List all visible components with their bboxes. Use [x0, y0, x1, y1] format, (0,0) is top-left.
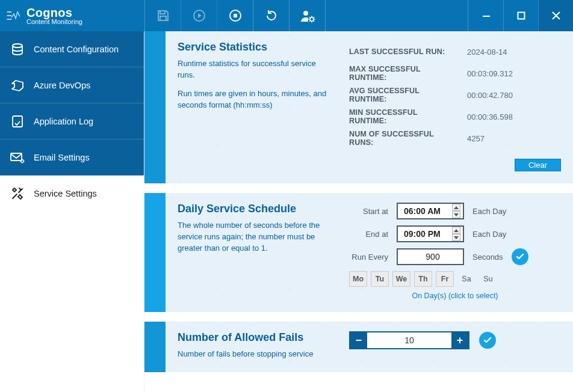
- brand-block: Cognos Content Monitoring: [0, 0, 144, 31]
- allowed-fails-value[interactable]: 10: [367, 332, 451, 348]
- spinner-down-icon[interactable]: [452, 234, 460, 241]
- main-area: Service Statistics Runtime statistics fo…: [144, 31, 573, 392]
- stat-value: 00:00:36.598: [465, 111, 515, 123]
- brand-icon: [6, 7, 22, 24]
- sidebar-item-content-configuration[interactable]: Content Configuration: [0, 31, 144, 67]
- start-time-input[interactable]: 06:00 AM: [397, 203, 464, 219]
- user-settings-button[interactable]: [290, 0, 326, 31]
- clear-button[interactable]: Clear: [515, 159, 561, 171]
- sidebar-item-application-log[interactable]: Application Log: [0, 103, 144, 139]
- sidebar-item-service-settings[interactable]: Service Settings: [0, 176, 144, 212]
- run-every-input[interactable]: 900: [397, 248, 464, 265]
- sidebar-item-label: Application Log: [34, 117, 93, 126]
- stat-label: MAX SUCCESSFUL RUNTIME:: [349, 65, 457, 82]
- maximize-button[interactable]: [503, 0, 538, 31]
- statistics-desc-1: Runtime statistics for successful servic…: [178, 58, 331, 81]
- stat-row: NUM OF SUCCESSFUL RUNS: 4257: [349, 127, 561, 149]
- svg-line-15: [313, 21, 314, 22]
- day-selector: Mo Tu We Th Fr Sa Su: [349, 271, 561, 287]
- stop-button[interactable]: [217, 0, 253, 31]
- decrement-button[interactable]: −: [350, 332, 367, 348]
- log-icon: [10, 114, 25, 129]
- svg-rect-24: [11, 153, 22, 161]
- svg-rect-7: [234, 14, 237, 17]
- panel-service-statistics: Service Statistics Runtime statistics fo…: [166, 31, 573, 183]
- end-time-value: 09:00 PM: [404, 229, 441, 239]
- day-toggle-sa[interactable]: Sa: [457, 271, 475, 287]
- end-at-label: End at: [349, 230, 388, 239]
- restart-button[interactable]: [253, 0, 290, 31]
- day-toggle-tu[interactable]: Tu: [371, 271, 389, 287]
- days-hint: On Day(s) (click to select): [349, 292, 561, 300]
- stat-row: AVG SUCCESSFUL RUNTIME: 00:00:42.780: [349, 84, 561, 106]
- toolbar: [144, 0, 326, 31]
- svg-line-17: [309, 21, 310, 22]
- minimize-button[interactable]: [468, 0, 503, 31]
- statistics-heading: Service Statistics: [178, 41, 331, 54]
- each-day-label: Each Day: [472, 230, 506, 239]
- svg-rect-4: [160, 16, 166, 20]
- run-every-value: 900: [426, 252, 439, 262]
- svg-point-22: [13, 44, 22, 47]
- start-button[interactable]: [181, 0, 217, 31]
- stat-value: 4257: [465, 133, 487, 144]
- svg-point-25: [21, 159, 24, 162]
- day-toggle-mo[interactable]: Mo: [349, 271, 367, 287]
- sidebar-item-label: Azure DevOps: [34, 81, 90, 90]
- fails-heading: Number of Allowed Fails: [178, 331, 331, 344]
- brand-subtitle: Content Monitoring: [26, 19, 82, 25]
- schedule-desc: The whole number of seconds before the s…: [178, 220, 331, 254]
- database-icon: [10, 42, 25, 57]
- sidebar-item-azure-devops[interactable]: Azure DevOps: [0, 67, 144, 103]
- stat-value: 2024-08-14: [465, 46, 510, 58]
- sidebar-item-label: Email Settings: [34, 153, 90, 162]
- svg-rect-3: [160, 11, 165, 14]
- spinner-down-icon[interactable]: [452, 211, 460, 218]
- stat-label: NUM OF SUCCESSFUL RUNS:: [349, 130, 457, 147]
- stat-value: 00:00:42.780: [465, 90, 515, 101]
- stat-label: AVG SUCCESSFUL RUNTIME:: [349, 87, 457, 103]
- brand-title: Cognos: [26, 7, 82, 19]
- stat-label: MIN SUCCESSFUL RUNTIME:: [349, 108, 457, 125]
- day-toggle-su[interactable]: Su: [479, 271, 497, 287]
- tools-icon: [10, 186, 25, 201]
- svg-line-16: [313, 17, 314, 18]
- close-button[interactable]: [538, 0, 573, 31]
- svg-rect-19: [518, 13, 524, 19]
- seconds-label: Seconds: [472, 253, 503, 262]
- panel-daily-schedule: Daily Service Schedule The whole number …: [166, 193, 573, 312]
- increment-button[interactable]: +: [451, 332, 468, 348]
- devops-icon: [10, 78, 25, 93]
- start-at-label: Start at: [349, 207, 388, 216]
- day-toggle-fr[interactable]: Fr: [436, 271, 454, 287]
- spinner-up-icon[interactable]: [452, 204, 460, 211]
- start-time-value: 06:00 AM: [404, 206, 441, 216]
- stat-label: LAST SUCCESSFUL RUN:: [349, 47, 457, 56]
- end-time-input[interactable]: 09:00 PM: [397, 225, 464, 242]
- sidebar-item-label: Content Configuration: [34, 44, 119, 54]
- confirm-button[interactable]: [512, 248, 528, 265]
- stat-row: MAX SUCCESSFUL RUNTIME: 00:03:09.312: [349, 63, 561, 84]
- email-icon: [10, 150, 25, 165]
- svg-line-14: [309, 17, 310, 18]
- each-day-label: Each Day: [472, 207, 506, 216]
- title-bar: Cognos Content Monitoring: [0, 0, 573, 31]
- stat-row: LAST SUCCESSFUL RUN: 2024-08-14: [349, 41, 561, 63]
- svg-point-8: [303, 11, 308, 16]
- statistics-desc-2: Run times are given in hours, minutes, a…: [178, 88, 331, 111]
- fails-desc: Number of fails before stopping service: [178, 349, 331, 360]
- schedule-heading: Daily Service Schedule: [178, 203, 331, 215]
- panel-allowed-fails: Number of Allowed Fails Number of fails …: [166, 322, 573, 372]
- day-toggle-th[interactable]: Th: [414, 271, 432, 287]
- svg-rect-23: [13, 116, 22, 127]
- sidebar-item-email-settings[interactable]: Email Settings: [0, 139, 144, 176]
- day-toggle-we[interactable]: We: [392, 271, 410, 287]
- sidebar: Content Configuration Azure DevOps Appli…: [0, 31, 144, 392]
- sidebar-item-label: Service Settings: [34, 189, 97, 198]
- allowed-fails-stepper: − 10 +: [349, 331, 469, 349]
- save-button[interactable]: [145, 0, 181, 31]
- titlebar-spacer: [326, 0, 468, 31]
- stat-row: MIN SUCCESSFUL RUNTIME: 00:00:36.598: [349, 106, 561, 127]
- confirm-button[interactable]: [479, 332, 496, 349]
- spinner-up-icon[interactable]: [452, 227, 460, 234]
